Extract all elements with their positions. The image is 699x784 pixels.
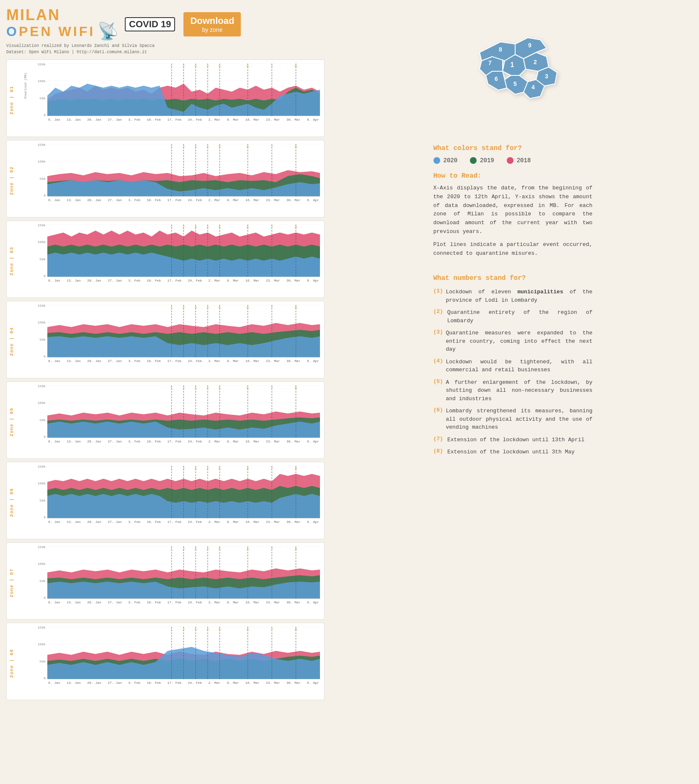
svg-text:6: 6 [247,306,249,310]
milan-map-container: 1 2 3 4 5 6 7 8 9 [446,10,580,136]
svg-text:5: 5 [219,628,221,632]
how-to-read-title: How to Read: [433,172,593,180]
chart-06-svg: 1 2 3 4 5 6 7 8 [47,465,320,519]
zone-03-label: Zone | 03 [9,247,14,275]
open-wifi-title: OOPEN WIFIPEN WIFI [6,24,95,39]
number-item-7: (7) Extension of the lockdown until 13th… [433,436,593,444]
legend-label-2020: 2020 [444,157,458,164]
svg-text:3: 3 [545,73,548,80]
svg-text:6: 6 [247,467,249,471]
zone-04-label: Zone | 04 [9,327,14,356]
chart-zone-08: Zone | 08 150k100k50k0 [6,623,325,700]
svg-text:3: 3 [194,225,196,230]
svg-text:2: 2 [183,386,185,391]
attribution-line1: Visualization realized by Leonardo Zanch… [6,44,155,48]
svg-text:4: 4 [531,84,535,91]
chart-zone-01: Zone | 01 150k100k50k0 Download (MB) [6,60,325,137]
svg-text:8: 8 [295,547,297,551]
number-item-2: (2) Quarantine entirety of the region of… [433,308,593,325]
zone-01-label: Zone | 01 [9,86,14,114]
chart-08-svg: 1 2 3 4 5 6 7 8 [47,626,320,680]
x-axis-labels-02: 6. Jan13. Jan20. Jan27. Jan3. Feb10. Feb… [47,198,320,202]
svg-text:2: 2 [183,145,185,149]
number-item-1: (1) Lockdown of eleven municipalities of… [433,288,593,304]
legend-section: What colors stand for? 2020 2019 2018 [433,145,593,164]
num-badge-3: (3) [433,329,442,335]
svg-text:5: 5 [513,80,517,87]
svg-text:7: 7 [271,386,273,391]
svg-text:2: 2 [183,306,185,310]
svg-marker-191 [480,42,515,61]
zone-06-label: Zone | 06 [9,488,14,517]
number-item-8: (8) Extension of the lockdown until 3th … [433,448,593,456]
numbers-section: What numbers stand for? (1) Lockdown of … [433,274,593,461]
num-badge-8: (8) [433,448,443,454]
svg-text:1: 1 [170,547,173,551]
svg-text:2: 2 [183,547,185,551]
x-axis-labels-05: 6. Jan13. Jan20. Jan27. Jan3. Feb10. Feb… [47,440,320,443]
how-to-read-body1: X-Axis displays the date, from the begin… [433,184,593,236]
legend-title: What colors stand for? [433,145,593,152]
num-text-4: Lockdown would be tightened, with all co… [446,358,593,374]
chart-07-svg: 1 2 3 4 5 6 7 8 [47,545,320,600]
number-item-5: (5) A further enlargement of the lockdow… [433,378,593,403]
svg-text:9: 9 [528,42,531,49]
number-item-4: (4) Lockdown would be tightened, with al… [433,358,593,374]
svg-text:5: 5 [219,145,221,149]
chart-01-svg: 1 2 3 4 5 6 7 8 [47,62,320,117]
x-axis-labels-08: 6. Jan13. Jan20. Jan27. Jan3. Feb10. Feb… [47,681,320,685]
svg-text:4: 4 [206,145,209,149]
svg-text:4: 4 [206,467,209,471]
svg-text:3: 3 [194,467,196,471]
number-item-6: (6) Lombardy strengthened its measures, … [433,407,593,432]
svg-text:5: 5 [219,306,221,310]
svg-text:1: 1 [170,65,173,69]
attribution-line2: Dataset: Open WiFi Milano | http://dati.… [6,50,147,54]
svg-text:8: 8 [295,225,297,230]
number-item-3: (3) Quarantine measures were expanded to… [433,329,593,354]
x-axis-labels-01: 6. Jan13. Jan20. Jan27. Jan3. Feb10. Feb… [47,118,320,122]
zone-07-label: Zone | 07 [9,569,14,597]
svg-text:7: 7 [488,60,492,66]
svg-text:3: 3 [194,145,196,149]
svg-text:1: 1 [170,306,173,310]
num-text-3: Quarantine measures were expanded to the… [446,329,593,354]
x-axis-labels-03: 6. Jan13. Jan20. Jan27. Jan3. Feb10. Feb… [47,279,320,282]
chart-zone-03: Zone | 03 150k100k50k0 [6,220,325,298]
legend-2020: 2020 [433,157,458,164]
svg-text:3: 3 [194,65,196,69]
svg-text:2: 2 [534,59,537,65]
zone-02-label: Zone | 02 [9,166,14,195]
svg-text:6: 6 [247,386,249,391]
svg-text:6: 6 [495,75,498,82]
numbers-section-title: What numbers stand for? [433,274,593,282]
x-axis-labels-06: 6. Jan13. Jan20. Jan27. Jan3. Feb10. Feb… [47,520,320,524]
legend-label-2018: 2018 [517,157,531,164]
legend-dot-2020 [433,157,440,164]
how-to-read-body2: Plot lines indicate a particular event o… [433,241,593,258]
svg-text:1: 1 [510,61,514,68]
svg-text:8: 8 [295,145,297,149]
svg-text:7: 7 [271,547,273,551]
svg-text:7: 7 [271,225,273,230]
legend-2019: 2019 [470,157,494,164]
legend-dot-2018 [507,157,513,164]
svg-text:6: 6 [247,547,249,551]
num-text-7: Extension of the lockdown until 13th Apr… [447,436,585,444]
svg-text:8: 8 [295,386,297,391]
chart-zone-05: Zone | 05 150k100k50k0 [6,381,325,459]
num-badge-7: (7) [433,436,443,442]
num-text-2: Quarantine entirety of the region of Lom… [447,308,593,325]
svg-text:4: 4 [206,65,209,69]
svg-text:6: 6 [247,628,249,632]
zone-05-label: Zone | 05 [9,408,14,436]
num-badge-6: (6) [433,407,442,413]
antenna-icon: 📡 [98,21,119,42]
svg-text:5: 5 [219,467,221,471]
zone-08-label: Zone | 08 [9,649,14,678]
svg-text:7: 7 [271,467,273,471]
chart-zone-04: Zone | 04 150k100k50k0 [6,301,325,378]
svg-text:3: 3 [194,628,196,632]
chart-05-svg: 1 2 3 4 5 6 7 8 [47,384,320,439]
svg-text:8: 8 [295,65,297,69]
